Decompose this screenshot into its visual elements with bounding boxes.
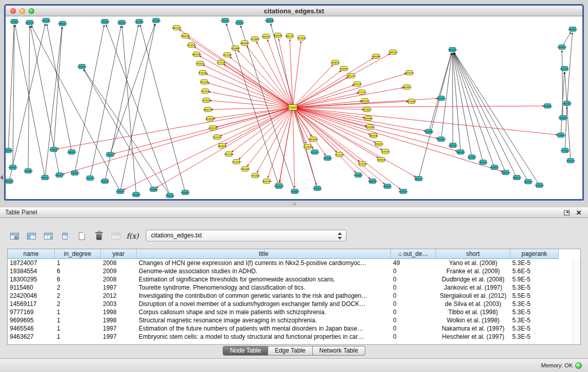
column-header-title[interactable]: title xyxy=(137,249,391,259)
table-row[interactable]: 1456911722003Disruption of a novel membe… xyxy=(8,300,580,308)
zoom-window-button[interactable] xyxy=(29,8,34,14)
graph-node[interactable]: 1096531 xyxy=(374,142,384,146)
graph-node[interactable]: 1097432 xyxy=(388,50,398,55)
table-row[interactable]: 1938455462009Genome-wide association stu… xyxy=(8,267,580,275)
graph-node[interactable]: 1058527 xyxy=(377,158,386,162)
graph-node[interactable]: 1770353 xyxy=(560,148,570,153)
graph-node[interactable]: 1830024 xyxy=(205,117,215,121)
float-panel-icon[interactable] xyxy=(564,210,570,215)
graph-node[interactable]: 1182904 xyxy=(6,148,13,153)
graph-node[interactable]: 1860223 xyxy=(512,176,522,180)
graph-node[interactable]: 1679193 xyxy=(424,129,434,134)
table-row[interactable]: 911546021997Tourette syndrome. Phenomeno… xyxy=(8,283,580,292)
close-panel-icon[interactable]: × xyxy=(576,207,581,218)
graph-node[interactable]: 1482914 xyxy=(70,171,80,176)
graph-node[interactable]: 1513214 xyxy=(335,152,344,157)
graph-node[interactable]: 1245031 xyxy=(313,186,322,191)
column-header-year[interactable]: year xyxy=(101,249,137,259)
graph-node[interactable]: 1664590 xyxy=(273,33,283,38)
graph-node[interactable]: 1095421 xyxy=(383,184,393,189)
graph-node[interactable]: 1710632 xyxy=(556,133,566,138)
graph-node[interactable]: 1210627 xyxy=(362,107,372,112)
column-header-short[interactable]: short xyxy=(436,249,510,259)
tab-node-table[interactable]: Node Table xyxy=(223,346,268,356)
table-row[interactable]: 946362711997Embryonic stem cells: a mode… xyxy=(8,333,580,341)
graph-node[interactable]: 1864824 xyxy=(448,48,458,52)
graph-node[interactable]: 1345621 xyxy=(132,192,141,197)
graph-node[interactable]: 1720353 xyxy=(151,18,161,23)
graph-node[interactable]: 1435212 xyxy=(274,184,284,189)
graph-node[interactable]: 1204833 xyxy=(149,187,159,192)
graph-node[interactable]: 1227521 xyxy=(358,162,367,166)
graph-node[interactable]: 1582913 xyxy=(67,150,77,155)
close-window-button[interactable] xyxy=(10,8,16,14)
graph-node[interactable]: 1514491 xyxy=(437,96,446,101)
graph-node[interactable]: 1523031 xyxy=(467,155,477,160)
graph-node[interactable]: 1840233 xyxy=(568,27,578,32)
graph-node[interactable]: 1864352 xyxy=(25,20,35,25)
graph-node[interactable]: 1859582 xyxy=(369,134,379,138)
collapse-panel-arrow[interactable] xyxy=(0,175,3,180)
graph-node[interactable]: 1534577 xyxy=(303,145,313,149)
graph-node[interactable]: 1242025 xyxy=(187,43,197,48)
graph-node[interactable]: 1204332 xyxy=(235,20,245,25)
network-canvas[interactable]: 1724061186126319007421242025184418317561… xyxy=(6,16,582,199)
graph-node[interactable]: 1427513 xyxy=(201,89,210,94)
graph-node[interactable]: 1043813 xyxy=(10,19,19,24)
graph-node[interactable]: 1275121 xyxy=(202,98,211,103)
column-header-pagerank[interactable]: pagerank xyxy=(510,249,559,259)
graph-node[interactable]: 1627266 xyxy=(224,152,234,157)
graph-node[interactable]: 1551327 xyxy=(200,80,209,84)
graph-node[interactable]: 1826342 xyxy=(100,179,110,184)
edit-table-icon[interactable]: + xyxy=(42,230,54,242)
graph-node[interactable]: 1750342 xyxy=(165,193,175,198)
graph-node[interactable]: 1845212 xyxy=(478,160,488,165)
graph-node[interactable]: 1725443 xyxy=(232,160,242,164)
tab-edge-table[interactable]: Edge Table xyxy=(268,346,313,356)
graph-node[interactable]: 1864354 xyxy=(456,150,466,155)
graph-node[interactable]: 1559352 xyxy=(323,156,333,161)
graph-node[interactable]: 1557221 xyxy=(221,18,230,23)
graph-node[interactable]: 1531125 xyxy=(353,82,362,86)
graph-node[interactable]: 1082134 xyxy=(501,170,511,175)
column-header-in-degree[interactable]: in_degree xyxy=(55,249,101,259)
import-table-icon[interactable] xyxy=(110,230,122,242)
graph-node[interactable]: 1853741 xyxy=(346,74,356,78)
graph-node[interactable]: 2206881 xyxy=(231,46,241,51)
graph-node[interactable]: 1687414 xyxy=(360,99,370,103)
graph-node[interactable]: 1844183 xyxy=(192,52,202,57)
graph-node[interactable]: 1485081 xyxy=(372,54,381,59)
graph-node[interactable]: 1154691 xyxy=(407,99,417,104)
graph-node[interactable]: 1534422 xyxy=(354,173,363,178)
graph-node[interactable]: 1854931 xyxy=(402,85,412,90)
graph-node[interactable]: 1654238 xyxy=(262,179,272,184)
create-column-icon[interactable] xyxy=(76,230,88,242)
table-row[interactable]: 946554611997Estimation of the future num… xyxy=(8,324,580,333)
graph-node[interactable]: 8163041 xyxy=(265,18,275,23)
graph-node[interactable]: 1860715 xyxy=(203,107,213,112)
tab-network-table[interactable]: Network Table xyxy=(313,346,365,356)
column-header-out-de-[interactable]: △out_de… xyxy=(391,249,436,259)
graph-node[interactable]: 1841432 xyxy=(562,101,572,106)
graph-node[interactable]: 1864723 xyxy=(414,177,424,181)
graph-node[interactable]: 1185466 xyxy=(363,116,373,121)
table-row[interactable]: 1872400712008Changes of HCN gene express… xyxy=(8,259,580,267)
graph-node[interactable]: 1595812 xyxy=(543,104,553,108)
graph-hub-node[interactable]: 1724061 xyxy=(287,105,298,111)
graph-node[interactable]: 1590553 xyxy=(40,176,50,180)
show-columns-icon[interactable] xyxy=(25,230,37,242)
table-selector-dropdown[interactable]: citations_edges.txt xyxy=(146,230,346,242)
graph-node[interactable]: 2240483 xyxy=(365,125,375,129)
graph-node[interactable]: 1924503 xyxy=(290,189,300,194)
graph-node[interactable]: 1590514 xyxy=(105,152,115,157)
table-row[interactable]: 977716911998Corpus callosum shape and si… xyxy=(8,308,580,316)
table-row[interactable]: 969969511998Structural magnetic resonanc… xyxy=(8,316,580,324)
graph-node[interactable]: 1832815 xyxy=(217,144,227,148)
graph-node[interactable]: 2053102 xyxy=(77,64,87,69)
graph-node[interactable]: 1982034 xyxy=(368,179,378,184)
function-builder-icon[interactable]: f(x) xyxy=(126,230,139,242)
graph-node[interactable]: 1900742 xyxy=(181,34,190,38)
graph-node[interactable]: 1861263 xyxy=(172,26,182,30)
graph-node[interactable]: 1039525 xyxy=(8,165,18,170)
graph-node[interactable]: 2106312 xyxy=(116,189,125,194)
